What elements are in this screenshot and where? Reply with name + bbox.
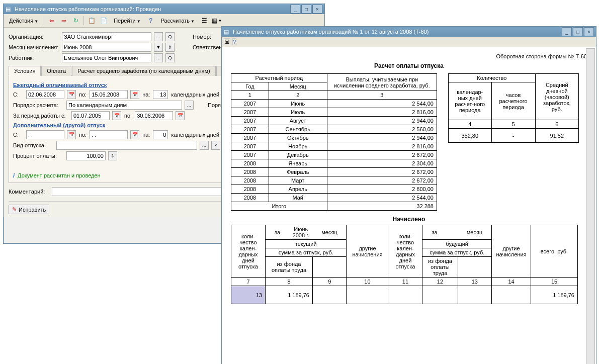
leave-type-field[interactable]: [56, 141, 197, 150]
month-label: Месяц начисления:: [9, 44, 59, 50]
more-icon[interactable]: ▦▼: [211, 16, 222, 26]
help2-icon[interactable]: ?: [232, 38, 236, 45]
maximize-button[interactable]: □: [301, 5, 311, 14]
v5: -: [491, 129, 535, 143]
col-year: Год: [231, 82, 269, 91]
tool-icon[interactable]: 📋: [86, 16, 97, 26]
month-step-button[interactable]: ⇕: [165, 43, 175, 52]
close-button[interactable]: ×: [312, 5, 322, 14]
table-row: 2007Ноябрь2 816,00: [231, 142, 437, 151]
calc-order-lookup-button[interactable]: …: [185, 101, 194, 110]
period-to-field[interactable]: 30.06.2006: [135, 111, 173, 120]
table-row: 2008Апрель2 800,00: [231, 185, 437, 194]
total-value: 32 288: [327, 202, 437, 211]
fix-button[interactable]: ✎ Исправить: [9, 205, 49, 214]
table-row: 2008Март2 672,00: [231, 176, 437, 185]
leave-type-label: Вид отпуска:: [13, 142, 53, 148]
v4: 352,80: [449, 129, 492, 143]
period-table: Расчетный период Выплаты, учитываемые пр…: [231, 73, 437, 211]
period-from-label: За период работы с:: [13, 113, 68, 119]
days2-text: календарных дней: [171, 132, 219, 138]
org-label: Организация:: [9, 34, 59, 40]
export-icon[interactable]: 🖫: [224, 38, 230, 45]
col-hours: часов расчетного периода: [491, 82, 535, 120]
sum8-cell: 1 189,76: [266, 286, 313, 304]
col-month: Месяц: [269, 82, 327, 91]
tab-conditions[interactable]: Условия: [9, 66, 41, 76]
report-title: Начисление отпуска работникам организаци…: [233, 29, 561, 35]
help-icon[interactable]: ?: [145, 16, 156, 26]
report-close-button[interactable]: ×: [584, 27, 594, 36]
to1-field[interactable]: 15.06.2008: [90, 90, 128, 99]
table-row: 2008Февраль2 672,00: [231, 168, 437, 176]
worker-open-button[interactable]: Q: [165, 53, 175, 62]
tool2-icon[interactable]: 📄: [98, 16, 109, 26]
list-icon[interactable]: ☰: [199, 16, 210, 26]
sum15-cell: 1 189,76: [531, 286, 578, 304]
titlebar: ▤ Начисление отпуска работникам организа…: [4, 4, 324, 14]
on2-label: на:: [142, 132, 150, 138]
leave-type-clear-button[interactable]: ×: [211, 141, 220, 150]
days2-field[interactable]: 0: [153, 130, 168, 139]
month-field[interactable]: Июнь 2008: [62, 43, 151, 52]
report-window: ▤ Начисление отпуска работникам организа…: [221, 26, 596, 364]
col-avg: Средний дневной (часовой) заработок, руб…: [535, 74, 578, 120]
goto-menu[interactable]: Перейти▼: [110, 16, 144, 25]
window-title: Начисление отпуска работникам организаци…: [15, 6, 289, 12]
table-row: 2007Июнь2 544,00: [231, 100, 437, 108]
days1-field[interactable]: 13: [153, 90, 168, 99]
report-minimize-button[interactable]: _: [562, 27, 572, 36]
from2-field[interactable]: . .: [26, 130, 64, 139]
report-toolbar: 🖫 ?: [222, 37, 596, 47]
month-drop-button[interactable]: ▼: [154, 43, 163, 52]
toolbar: Действия▼ ⇐ ⇒ ↻ 📋 📄 Перейти▼ ? Рассчитат…: [4, 14, 324, 28]
refresh-icon[interactable]: ↻: [70, 16, 81, 26]
v6: 91,52: [535, 129, 578, 143]
leave-type-lookup-button[interactable]: …: [200, 141, 209, 150]
qty-table: Количество Средний дневной (часовой) зар…: [448, 73, 579, 143]
to2-field[interactable]: . .: [90, 130, 128, 139]
table-row: 2007Сентябрь2 560,00: [231, 125, 437, 134]
document-icon: ▤: [224, 29, 231, 35]
number-label: Номер:: [193, 34, 218, 40]
from1-field[interactable]: 02.06.2008: [26, 90, 64, 99]
table-row: 2007Декабрь2 672,00: [231, 151, 437, 159]
minimize-button[interactable]: _: [290, 5, 300, 14]
vertical-scrollbar[interactable]: [586, 48, 595, 364]
report-body: Оборотная сторона формы № Т-60 Расчет оп…: [222, 47, 596, 364]
worker-field[interactable]: Емельянов Олег Викторович: [62, 53, 151, 62]
tab-payment[interactable]: Оплата: [41, 66, 71, 76]
from1-calendar-icon[interactable]: 📅: [67, 90, 76, 99]
from2-calendar-icon[interactable]: 📅: [67, 130, 76, 139]
period-to-calendar-icon[interactable]: 📅: [176, 111, 185, 120]
actions-menu[interactable]: Действия▼: [6, 16, 42, 25]
total-label: Итого: [231, 202, 327, 211]
form-note: Оборотная сторона формы № Т-60: [231, 53, 587, 59]
pay-pct-step-button[interactable]: ⇕: [108, 151, 117, 160]
period-from-calendar-icon[interactable]: 📅: [112, 111, 121, 120]
calc-order-field[interactable]: По календарным дням: [66, 101, 182, 110]
pencil-icon: ✎: [12, 206, 17, 213]
info-icon: i: [13, 172, 15, 178]
to2-label: по:: [79, 132, 87, 138]
days-cell[interactable]: 13: [231, 286, 266, 304]
to1-calendar-icon[interactable]: 📅: [130, 90, 139, 99]
prev-icon[interactable]: ⇐: [46, 16, 57, 26]
pay-pct-field[interactable]: 100,00: [66, 151, 106, 160]
recalc-menu[interactable]: Рассчитать▼: [157, 16, 198, 25]
col-period: Расчетный период: [231, 74, 327, 82]
table-row: 2008Май2 544,00: [231, 194, 437, 202]
to1-label: по:: [79, 92, 87, 98]
tab-avg-calc[interactable]: Расчет среднего заработка (по календарны…: [72, 66, 215, 76]
worker-lookup-button[interactable]: …: [154, 53, 163, 62]
org-lookup-button[interactable]: …: [154, 32, 163, 41]
period-from-field[interactable]: 01.07.2005: [71, 111, 110, 120]
next-icon[interactable]: ⇒: [58, 16, 69, 26]
table-row: 2008Январь2 304,00: [231, 159, 437, 168]
report-maximize-button[interactable]: □: [573, 27, 583, 36]
org-open-button[interactable]: Q: [165, 32, 175, 41]
c-days-hdr: коли-чество кален-дарных дней отпуска: [231, 225, 266, 278]
report-titlebar: ▤ Начисление отпуска работникам организа…: [222, 27, 596, 37]
to2-calendar-icon[interactable]: 📅: [130, 130, 139, 139]
org-field[interactable]: ЗАО Станкоимпорт: [62, 32, 151, 41]
